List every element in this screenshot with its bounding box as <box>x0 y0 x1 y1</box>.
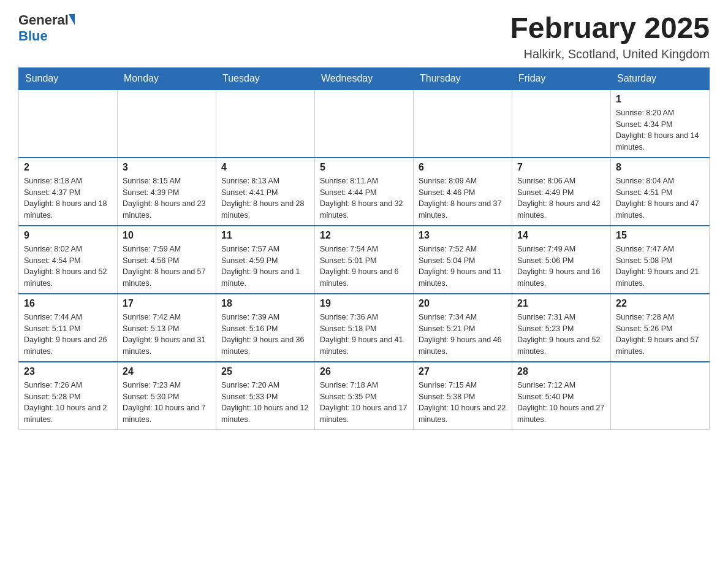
day-info: Sunrise: 8:04 AMSunset: 4:51 PMDaylight:… <box>616 175 704 221</box>
day-number: 12 <box>320 230 408 241</box>
day-number: 8 <box>616 162 704 173</box>
weekday-header-saturday: Saturday <box>611 67 710 90</box>
day-info: Sunrise: 7:39 AMSunset: 5:16 PMDaylight:… <box>221 312 309 358</box>
logo-triangle-icon <box>69 14 75 25</box>
calendar-day-19: 19Sunrise: 7:36 AMSunset: 5:18 PMDayligh… <box>315 294 414 362</box>
calendar-header-row: SundayMondayTuesdayWednesdayThursdayFrid… <box>19 67 710 90</box>
calendar-day-7: 7Sunrise: 8:06 AMSunset: 4:49 PMDaylight… <box>512 158 611 226</box>
calendar-day-1: 1Sunrise: 8:20 AMSunset: 4:34 PMDaylight… <box>611 90 710 158</box>
day-info: Sunrise: 8:06 AMSunset: 4:49 PMDaylight:… <box>517 175 605 221</box>
calendar-day-14: 14Sunrise: 7:49 AMSunset: 5:06 PMDayligh… <box>512 226 611 294</box>
logo-blue-text: Blue <box>18 28 48 44</box>
calendar-day-21: 21Sunrise: 7:31 AMSunset: 5:23 PMDayligh… <box>512 294 611 362</box>
calendar-day-24: 24Sunrise: 7:23 AMSunset: 5:30 PMDayligh… <box>118 362 216 430</box>
calendar-week-row: 23Sunrise: 7:26 AMSunset: 5:28 PMDayligh… <box>19 362 710 430</box>
day-info: Sunrise: 7:54 AMSunset: 5:01 PMDaylight:… <box>320 243 408 289</box>
calendar-day-28: 28Sunrise: 7:12 AMSunset: 5:40 PMDayligh… <box>512 362 611 430</box>
day-number: 4 <box>221 162 309 173</box>
calendar-day-empty <box>216 90 315 158</box>
calendar-day-5: 5Sunrise: 8:11 AMSunset: 4:44 PMDaylight… <box>315 158 414 226</box>
calendar-day-10: 10Sunrise: 7:59 AMSunset: 4:56 PMDayligh… <box>118 226 216 294</box>
day-number: 14 <box>517 230 605 241</box>
calendar-day-13: 13Sunrise: 7:52 AMSunset: 5:04 PMDayligh… <box>414 226 512 294</box>
day-info: Sunrise: 8:18 AMSunset: 4:37 PMDaylight:… <box>24 175 112 221</box>
calendar-day-15: 15Sunrise: 7:47 AMSunset: 5:08 PMDayligh… <box>611 226 710 294</box>
day-info: Sunrise: 7:20 AMSunset: 5:33 PMDaylight:… <box>221 380 309 426</box>
day-info: Sunrise: 7:23 AMSunset: 5:30 PMDaylight:… <box>123 380 211 426</box>
calendar-day-12: 12Sunrise: 7:54 AMSunset: 5:01 PMDayligh… <box>315 226 414 294</box>
day-info: Sunrise: 8:13 AMSunset: 4:41 PMDaylight:… <box>221 175 309 221</box>
day-info: Sunrise: 7:18 AMSunset: 5:35 PMDaylight:… <box>320 380 408 426</box>
day-number: 22 <box>616 298 704 309</box>
logo-blue-part <box>69 14 75 26</box>
day-number: 25 <box>221 366 309 377</box>
day-number: 9 <box>24 230 112 241</box>
calendar-day-3: 3Sunrise: 8:15 AMSunset: 4:39 PMDaylight… <box>118 158 216 226</box>
day-number: 28 <box>517 366 605 377</box>
day-number: 26 <box>320 366 408 377</box>
day-info: Sunrise: 7:31 AMSunset: 5:23 PMDaylight:… <box>517 312 605 358</box>
calendar-day-empty <box>414 90 512 158</box>
calendar-day-25: 25Sunrise: 7:20 AMSunset: 5:33 PMDayligh… <box>216 362 315 430</box>
day-info: Sunrise: 7:12 AMSunset: 5:40 PMDaylight:… <box>517 380 605 426</box>
calendar-day-empty <box>315 90 414 158</box>
day-info: Sunrise: 7:26 AMSunset: 5:28 PMDaylight:… <box>24 380 112 426</box>
weekday-header-tuesday: Tuesday <box>216 67 315 90</box>
calendar-day-empty <box>611 362 710 430</box>
calendar-day-17: 17Sunrise: 7:42 AMSunset: 5:13 PMDayligh… <box>118 294 216 362</box>
location: Halkirk, Scotland, United Kingdom <box>510 47 710 61</box>
calendar-week-row: 2Sunrise: 8:18 AMSunset: 4:37 PMDaylight… <box>19 158 710 226</box>
calendar-day-2: 2Sunrise: 8:18 AMSunset: 4:37 PMDaylight… <box>19 158 118 226</box>
logo: General Blue <box>18 12 75 44</box>
page-header: General Blue February 2025 Halkirk, Scot… <box>18 12 710 61</box>
day-info: Sunrise: 7:59 AMSunset: 4:56 PMDaylight:… <box>123 243 211 289</box>
calendar-day-empty <box>19 90 118 158</box>
day-number: 23 <box>24 366 112 377</box>
day-info: Sunrise: 8:15 AMSunset: 4:39 PMDaylight:… <box>123 175 211 221</box>
day-number: 2 <box>24 162 112 173</box>
weekday-header-thursday: Thursday <box>414 67 512 90</box>
day-number: 11 <box>221 230 309 241</box>
month-title: February 2025 <box>510 12 710 45</box>
calendar-table: SundayMondayTuesdayWednesdayThursdayFrid… <box>18 67 710 430</box>
calendar-day-18: 18Sunrise: 7:39 AMSunset: 5:16 PMDayligh… <box>216 294 315 362</box>
logo-general-text: General <box>18 12 69 28</box>
weekday-header-friday: Friday <box>512 67 611 90</box>
day-number: 17 <box>123 298 211 309</box>
day-number: 19 <box>320 298 408 309</box>
calendar-day-11: 11Sunrise: 7:57 AMSunset: 4:59 PMDayligh… <box>216 226 315 294</box>
day-number: 3 <box>123 162 211 173</box>
calendar-day-empty <box>512 90 611 158</box>
calendar-week-row: 16Sunrise: 7:44 AMSunset: 5:11 PMDayligh… <box>19 294 710 362</box>
weekday-header-monday: Monday <box>118 67 216 90</box>
day-info: Sunrise: 8:02 AMSunset: 4:54 PMDaylight:… <box>24 243 112 289</box>
day-info: Sunrise: 8:09 AMSunset: 4:46 PMDaylight:… <box>419 175 507 221</box>
day-number: 18 <box>221 298 309 309</box>
day-info: Sunrise: 8:11 AMSunset: 4:44 PMDaylight:… <box>320 175 408 221</box>
day-number: 13 <box>419 230 507 241</box>
calendar-day-9: 9Sunrise: 8:02 AMSunset: 4:54 PMDaylight… <box>19 226 118 294</box>
day-number: 15 <box>616 230 704 241</box>
day-info: Sunrise: 7:15 AMSunset: 5:38 PMDaylight:… <box>419 380 507 426</box>
day-number: 5 <box>320 162 408 173</box>
day-info: Sunrise: 7:36 AMSunset: 5:18 PMDaylight:… <box>320 312 408 358</box>
calendar-day-26: 26Sunrise: 7:18 AMSunset: 5:35 PMDayligh… <box>315 362 414 430</box>
day-number: 16 <box>24 298 112 309</box>
calendar-day-8: 8Sunrise: 8:04 AMSunset: 4:51 PMDaylight… <box>611 158 710 226</box>
day-info: Sunrise: 7:47 AMSunset: 5:08 PMDaylight:… <box>616 243 704 289</box>
day-number: 1 <box>616 94 704 105</box>
calendar-day-27: 27Sunrise: 7:15 AMSunset: 5:38 PMDayligh… <box>414 362 512 430</box>
day-info: Sunrise: 7:57 AMSunset: 4:59 PMDaylight:… <box>221 243 309 289</box>
calendar-day-empty <box>118 90 216 158</box>
day-number: 20 <box>419 298 507 309</box>
calendar-day-22: 22Sunrise: 7:28 AMSunset: 5:26 PMDayligh… <box>611 294 710 362</box>
calendar-week-row: 9Sunrise: 8:02 AMSunset: 4:54 PMDaylight… <box>19 226 710 294</box>
day-number: 27 <box>419 366 507 377</box>
day-number: 7 <box>517 162 605 173</box>
day-info: Sunrise: 7:49 AMSunset: 5:06 PMDaylight:… <box>517 243 605 289</box>
day-number: 10 <box>123 230 211 241</box>
calendar-day-6: 6Sunrise: 8:09 AMSunset: 4:46 PMDaylight… <box>414 158 512 226</box>
calendar-day-20: 20Sunrise: 7:34 AMSunset: 5:21 PMDayligh… <box>414 294 512 362</box>
day-info: Sunrise: 7:52 AMSunset: 5:04 PMDaylight:… <box>419 243 507 289</box>
day-info: Sunrise: 7:44 AMSunset: 5:11 PMDaylight:… <box>24 312 112 358</box>
